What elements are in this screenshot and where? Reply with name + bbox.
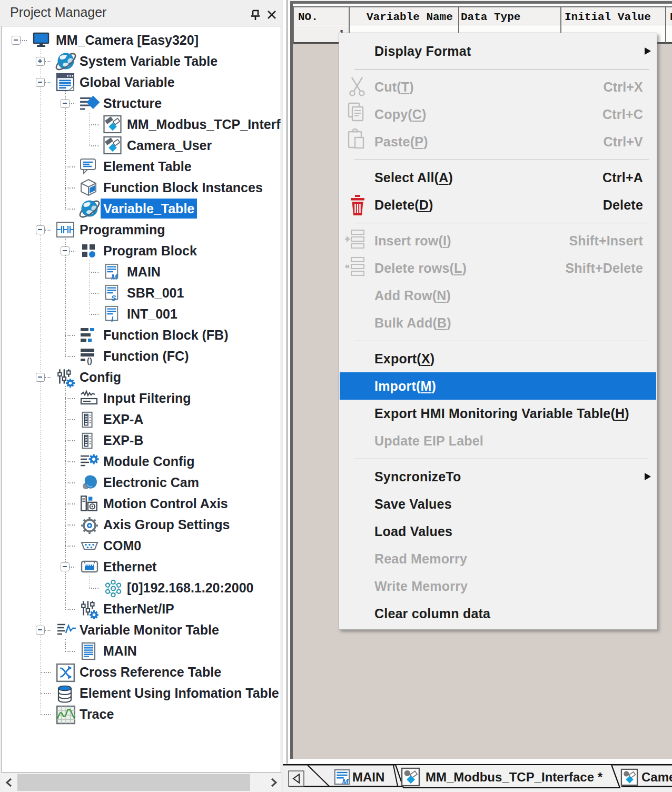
svg-text:M: M bbox=[342, 777, 349, 786]
svg-text:MAIN: MAIN bbox=[352, 770, 384, 784]
svg-text:S: S bbox=[111, 294, 116, 302]
svg-text:Camera_User: Camera_User bbox=[641, 770, 672, 784]
svg-text:(): () bbox=[87, 356, 92, 365]
svg-text:MM_Modbus_TCP_Interface *: MM_Modbus_TCP_Interface * bbox=[426, 770, 603, 784]
svg-text:M: M bbox=[111, 273, 118, 281]
